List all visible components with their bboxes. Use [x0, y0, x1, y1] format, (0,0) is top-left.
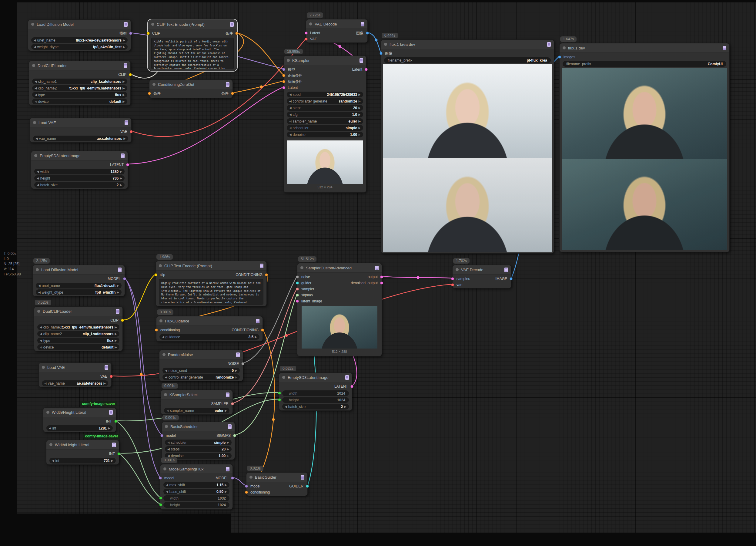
input-port-height[interactable]: [159, 503, 162, 506]
widget-width[interactable]: ◀width1280▶: [34, 169, 125, 174]
increment-arrow[interactable]: ▶: [358, 106, 361, 109]
input-port-conditioning[interactable]: [148, 92, 151, 95]
wire-dot[interactable]: [260, 85, 263, 88]
widget-max-shift[interactable]: ◀max_shift1.15▶: [163, 482, 229, 488]
increment-arrow[interactable]: ▶: [120, 183, 122, 186]
collapse-dot[interactable]: [159, 320, 162, 323]
decrement-arrow[interactable]: ◀: [49, 427, 51, 430]
node-basic-scheduler[interactable]: 0.001s BasicScheduler modelSIGMAS ◀sched…: [162, 422, 235, 460]
increment-arrow[interactable]: ▶: [344, 405, 346, 408]
decrement-arrow[interactable]: ◀: [167, 447, 170, 451]
increment-arrow[interactable]: ▶: [117, 291, 119, 294]
widget-weight-dtype[interactable]: ◀weight_dtypefp8_e4m3fn_fast▶: [31, 44, 128, 50]
node-vae-decode-2[interactable]: 1.702s VAE Decode samplesIMAGE vae: [452, 265, 511, 289]
collapse-dot[interactable]: [151, 23, 154, 26]
input-widget-height[interactable]: height1024: [163, 502, 229, 508]
input-widget-height[interactable]: height1024: [282, 397, 349, 403]
collapse-dot[interactable]: [159, 264, 162, 267]
widget-denoise[interactable]: ◀denoise1.00▶: [287, 132, 363, 137]
widget-filename-prefix[interactable]: filename_prefixComfyUI: [563, 61, 726, 67]
widget-vae-name[interactable]: ◀vae_nameae.safetensors▶: [42, 380, 108, 386]
prompt-textarea[interactable]: Highly realistic portrait of a Nordic wo…: [159, 279, 263, 305]
node-width-height-literal-1[interactable]: comfy-image-saver Width/Height Literal I…: [43, 407, 116, 432]
decrement-arrow[interactable]: ◀: [37, 176, 39, 180]
node-save-image-flux-krea[interactable]: 0.444s flux.1 krea dev 图像 filename_prefi…: [381, 39, 554, 253]
increment-arrow[interactable]: ▶: [103, 382, 106, 385]
wire-dot[interactable]: [339, 45, 341, 48]
widget-sampler-name[interactable]: ◀sampler_nameeuler▶: [164, 408, 229, 414]
widget-scheduler[interactable]: ◀schedulersimple▶: [287, 125, 363, 131]
increment-arrow[interactable]: ▶: [123, 38, 125, 42]
increment-arrow[interactable]: ▶: [123, 45, 125, 49]
collapse-dot[interactable]: [249, 476, 253, 479]
collapse-dot[interactable]: [49, 443, 52, 446]
output-port-vae[interactable]: [130, 130, 133, 133]
collapse-dot[interactable]: [37, 310, 40, 313]
increment-arrow[interactable]: ▶: [115, 332, 117, 336]
decrement-arrow[interactable]: ◀: [40, 346, 42, 349]
collapse-dot[interactable]: [300, 266, 303, 269]
decrement-arrow[interactable]: ◀: [162, 335, 164, 339]
widget-unet-name[interactable]: ◀unet_nameflux1-dev.sft▶: [36, 283, 122, 289]
input-port-model[interactable]: [282, 68, 285, 71]
decrement-arrow[interactable]: ◀: [289, 119, 292, 123]
node-flux-guidance[interactable]: 0.001s FluxGuidance conditioningCONDITIO…: [156, 316, 263, 342]
increment-arrow[interactable]: ▶: [227, 441, 229, 444]
output-port-denoised-output[interactable]: [380, 282, 383, 285]
widget-steps[interactable]: ◀steps20▶: [287, 105, 363, 111]
wire-dot[interactable]: [140, 373, 143, 376]
comfyui-canvas[interactable]: Load Diffusion Model 模型 ◀unet_nameflux1-…: [0, 0, 756, 546]
widget-cfg[interactable]: ◀cfg1.0▶: [287, 112, 363, 117]
input-port-vae[interactable]: [451, 283, 454, 287]
widget-weight-dtype[interactable]: ◀weight_dtypefp8_e4m3fn▶: [36, 290, 122, 295]
decrement-arrow[interactable]: ◀: [52, 459, 54, 462]
increment-arrow[interactable]: ▶: [123, 137, 126, 140]
widget-int[interactable]: ◀int1281▶: [46, 425, 113, 431]
prompt-textarea[interactable]: Highly realistic portrait of a Nordic wo…: [151, 38, 234, 69]
output-port-clip[interactable]: [121, 319, 124, 322]
widget-control-after-generate[interactable]: ◀control after generaterandomize▶: [287, 98, 363, 104]
collapse-dot[interactable]: [287, 59, 290, 62]
collapse-dot[interactable]: [282, 376, 285, 379]
widget-clip-name2[interactable]: ◀clip_name2clip_l.safetensors▶: [37, 331, 119, 337]
decrement-arrow[interactable]: ◀: [165, 376, 167, 379]
widget-scheduler[interactable]: ◀schedulersimple▶: [165, 440, 232, 445]
widget-sampler-name[interactable]: ◀sampler_nameeuler▶: [287, 118, 363, 124]
decrement-arrow[interactable]: ◀: [35, 86, 37, 90]
output-port-output[interactable]: [380, 276, 383, 279]
input-port-sigmas[interactable]: [296, 294, 299, 297]
increment-arrow[interactable]: ▶: [122, 100, 125, 103]
increment-arrow[interactable]: ▶: [225, 483, 227, 487]
decrement-arrow[interactable]: ◀: [165, 369, 167, 372]
widget-device[interactable]: ◀devicedefault▶: [37, 344, 119, 350]
node-clip-text-encode-1[interactable]: CLIP Text Encode (Prompt) CLIP条件 Highly …: [148, 19, 237, 71]
collapse-dot[interactable]: [42, 366, 45, 369]
input-port-conditioning[interactable]: [245, 491, 248, 494]
output-port-model[interactable]: [129, 32, 132, 35]
increment-arrow[interactable]: ▶: [235, 376, 237, 379]
collapse-dot[interactable]: [563, 46, 566, 49]
decrement-arrow[interactable]: ◀: [35, 93, 37, 96]
input-port-latent[interactable]: [305, 32, 308, 35]
decrement-arrow[interactable]: ◀: [38, 284, 41, 287]
input-port-positive[interactable]: [282, 74, 285, 77]
collapse-dot[interactable]: [46, 411, 49, 414]
output-port-clip[interactable]: [129, 73, 132, 76]
widget-batch-size[interactable]: ◀batch_size2▶: [34, 182, 125, 188]
increment-arrow[interactable]: ▶: [358, 113, 361, 116]
increment-arrow[interactable]: ▶: [227, 447, 229, 451]
widget-filename-prefix[interactable]: filename_prefixpl-flux_krea: [384, 57, 551, 63]
widget-type[interactable]: ◀typeflux▶: [37, 338, 119, 343]
collapse-dot[interactable]: [165, 425, 168, 428]
increment-arrow[interactable]: ▶: [225, 409, 227, 412]
increment-arrow[interactable]: ▶: [358, 119, 361, 123]
widget-device[interactable]: ◀devicedefault▶: [32, 99, 127, 104]
output-port-conditioning[interactable]: [231, 92, 234, 95]
increment-arrow[interactable]: ▶: [122, 80, 125, 83]
decrement-arrow[interactable]: ◀: [44, 382, 47, 385]
input-port-negative[interactable]: [282, 80, 285, 83]
output-port-model[interactable]: [123, 277, 126, 280]
widget-control-after-generate[interactable]: ◀control after generaterandomize▶: [162, 374, 240, 380]
output-port-conditioning[interactable]: [261, 329, 264, 332]
decrement-arrow[interactable]: ◀: [40, 339, 42, 342]
